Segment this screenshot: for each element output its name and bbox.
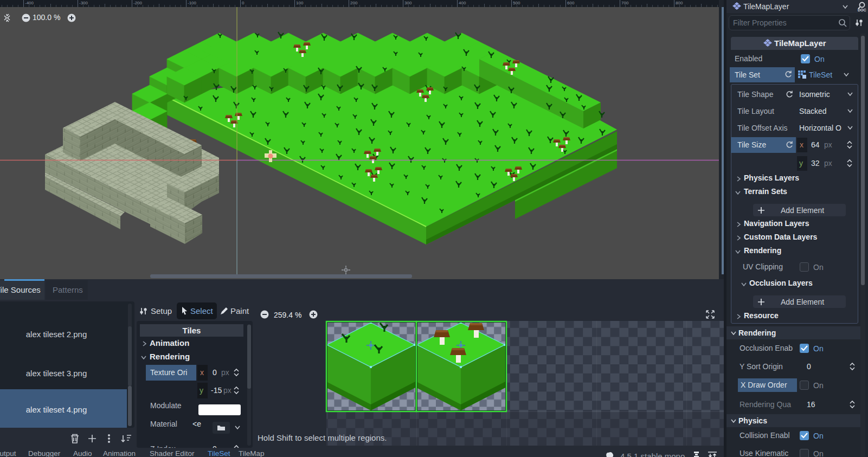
svg-text:DOC: DOC xyxy=(858,8,866,12)
